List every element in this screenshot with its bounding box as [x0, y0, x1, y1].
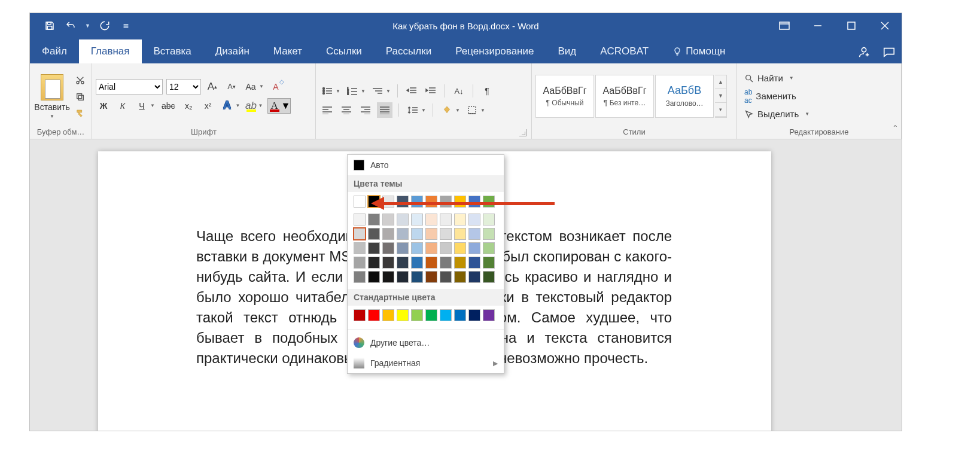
color-swatch[interactable]: [368, 242, 380, 254]
shading-button[interactable]: [439, 102, 455, 118]
bullets-button[interactable]: [319, 83, 335, 99]
font-name-select[interactable]: Arial: [96, 79, 163, 95]
color-swatch[interactable]: [411, 228, 423, 240]
color-swatch[interactable]: [468, 271, 480, 283]
gallery-up-icon[interactable]: ▲: [715, 75, 726, 89]
color-swatch[interactable]: [468, 257, 480, 269]
color-swatch[interactable]: [382, 271, 394, 283]
tab-design[interactable]: Дизайн: [203, 39, 261, 63]
color-swatch[interactable]: [354, 309, 366, 321]
color-swatch[interactable]: [368, 257, 380, 269]
color-swatch[interactable]: [382, 196, 394, 208]
tab-view[interactable]: Вид: [546, 39, 588, 63]
chevron-down-icon[interactable]: ▼: [360, 89, 366, 94]
style-heading1[interactable]: АаБбВЗаголово…: [655, 75, 714, 118]
more-colors[interactable]: Другие цвета…: [348, 333, 504, 353]
color-swatch[interactable]: [368, 214, 380, 226]
color-swatch[interactable]: [397, 271, 409, 283]
borders-button[interactable]: [464, 102, 480, 118]
color-swatch[interactable]: [425, 196, 437, 208]
color-swatch[interactable]: [411, 309, 423, 321]
highlight-button[interactable]: ab: [245, 99, 258, 113]
chevron-down-icon[interactable]: ▼: [258, 103, 264, 108]
share-icon[interactable]: [857, 45, 871, 59]
color-swatch[interactable]: [468, 309, 480, 321]
color-swatch[interactable]: [411, 271, 423, 283]
color-swatch[interactable]: [483, 242, 495, 254]
color-swatch[interactable]: [425, 214, 437, 226]
color-swatch[interactable]: [425, 257, 437, 269]
color-swatch[interactable]: [483, 309, 495, 321]
tab-insert[interactable]: Вставка: [142, 39, 203, 63]
color-swatch[interactable]: [354, 196, 366, 208]
color-swatch[interactable]: [368, 271, 380, 283]
font-color-button[interactable]: A: [268, 99, 281, 113]
gallery-down-icon[interactable]: ▼: [715, 89, 726, 103]
find-button[interactable]: Найти▼: [744, 71, 809, 86]
color-swatch[interactable]: [440, 257, 452, 269]
tab-acrobat[interactable]: ACROBAT: [588, 39, 661, 63]
cut-button[interactable]: [73, 73, 87, 87]
chevron-down-icon[interactable]: ▼: [335, 89, 341, 94]
color-swatch[interactable]: [397, 214, 409, 226]
color-swatch[interactable]: [382, 228, 394, 240]
color-swatch[interactable]: [468, 242, 480, 254]
color-swatch[interactable]: [454, 242, 466, 254]
color-swatch[interactable]: [397, 309, 409, 321]
tab-home[interactable]: Главная: [79, 39, 142, 63]
chevron-down-icon[interactable]: ▼: [281, 100, 291, 111]
color-swatch[interactable]: [382, 257, 394, 269]
tab-mailings[interactable]: Рассылки: [374, 39, 443, 63]
gradient-fill[interactable]: Градиентная ▶: [348, 353, 504, 373]
format-painter-button[interactable]: [73, 106, 87, 121]
tell-me[interactable]: Помощн: [661, 39, 737, 63]
color-swatch[interactable]: [468, 196, 480, 208]
chevron-down-icon[interactable]: ▼: [258, 84, 264, 89]
change-case-button[interactable]: Aa: [243, 79, 258, 95]
text-effects-button[interactable]: A: [220, 98, 235, 114]
tab-review[interactable]: Рецензирование: [443, 39, 546, 63]
style-nospacing[interactable]: АаБбВвГг¶ Без инте…: [595, 75, 654, 118]
comments-icon[interactable]: [882, 45, 896, 59]
color-swatch[interactable]: [454, 214, 466, 226]
replace-button[interactable]: abacЗаменить: [744, 89, 809, 104]
chevron-down-icon[interactable]: ▼: [421, 108, 427, 113]
color-swatch[interactable]: [483, 214, 495, 226]
subscript-button[interactable]: x₂: [181, 98, 197, 114]
chevron-down-icon[interactable]: ▼: [385, 89, 391, 94]
grow-font-button[interactable]: A▴: [205, 79, 220, 95]
gallery-more-icon[interactable]: ▾: [715, 103, 726, 117]
strikethrough-button[interactable]: abc: [159, 98, 178, 114]
superscript-button[interactable]: x²: [200, 98, 216, 114]
color-swatch[interactable]: [483, 196, 495, 208]
font-size-select[interactable]: 12: [166, 79, 201, 95]
color-swatch[interactable]: [354, 242, 366, 254]
color-swatch[interactable]: [468, 228, 480, 240]
color-swatch[interactable]: [397, 257, 409, 269]
color-swatch[interactable]: [454, 257, 466, 269]
align-right-button[interactable]: [358, 102, 373, 118]
color-auto[interactable]: Авто: [348, 155, 504, 175]
color-swatch[interactable]: [440, 309, 452, 321]
color-swatch[interactable]: [368, 309, 380, 321]
color-swatch[interactable]: [354, 228, 366, 240]
color-swatch[interactable]: [354, 257, 366, 269]
align-left-button[interactable]: [319, 102, 335, 118]
select-button[interactable]: Выделить▼: [744, 106, 809, 122]
underline-button[interactable]: Ч: [134, 98, 150, 114]
chevron-down-icon[interactable]: ▼: [235, 103, 241, 108]
color-swatch[interactable]: [454, 196, 466, 208]
color-swatch[interactable]: [411, 214, 423, 226]
color-swatch[interactable]: [368, 196, 380, 208]
color-swatch[interactable]: [425, 309, 437, 321]
color-swatch[interactable]: [368, 228, 380, 240]
shrink-font-button[interactable]: A▾: [224, 79, 239, 95]
color-swatch[interactable]: [483, 228, 495, 240]
tab-layout[interactable]: Макет: [261, 39, 314, 63]
color-swatch[interactable]: [454, 271, 466, 283]
numbering-button[interactable]: 123: [345, 83, 360, 99]
chevron-down-icon[interactable]: ▼: [455, 108, 461, 113]
collapse-ribbon-icon[interactable]: ˆ: [894, 124, 897, 135]
color-swatch[interactable]: [397, 196, 409, 208]
copy-button[interactable]: [73, 90, 87, 104]
